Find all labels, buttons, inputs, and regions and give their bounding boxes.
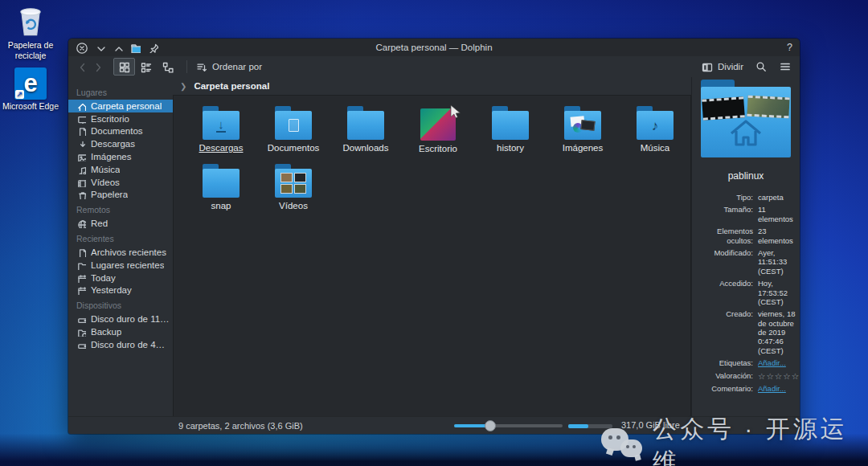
sidebar-item-carpeta-personal[interactable]: Carpeta personal: [68, 100, 173, 112]
trash-icon: [76, 190, 86, 199]
places-panel: Lugares Carpeta personal Escritorio Docu…: [68, 77, 173, 416]
sidebar-item-disco-443[interactable]: Disco duro de 443,2 GiB: [68, 338, 173, 351]
desktop-wallpaper-icon: [420, 108, 456, 141]
rating-stars[interactable]: ☆☆☆☆☆: [758, 371, 796, 382]
watermark-text: 公众号 · 开源运维: [653, 413, 868, 466]
pin-icon[interactable]: [148, 43, 158, 53]
file-label: snap: [211, 201, 231, 211]
detail-value: Ayer, 11:51:33 (CEST): [758, 248, 796, 276]
view-mode-group: [113, 58, 178, 76]
sidebar-item-musica[interactable]: Música: [68, 163, 173, 176]
detail-label: Tamaño:: [697, 205, 753, 223]
detail-value: carpeta: [758, 193, 796, 202]
folder-icon: [347, 111, 384, 140]
detail-value: viernes, 18 de octubre de 2019 0:47:46 (…: [758, 309, 796, 355]
folder-view[interactable]: ↓ Descargas Documentos Do: [173, 95, 691, 416]
sort-icon: [195, 61, 207, 73]
close-button[interactable]: [76, 42, 88, 54]
minimize-button[interactable]: [95, 43, 105, 53]
file-label: Downloads: [343, 143, 389, 153]
sidebar-item-videos[interactable]: Vídeos: [68, 176, 173, 189]
folder-icon: [76, 260, 86, 270]
split-button[interactable]: Dividir: [701, 61, 743, 73]
file-videos[interactable]: Vídeos: [257, 161, 330, 219]
sidebar-section-lugares: Lugares: [68, 84, 173, 100]
details-view-button[interactable]: [157, 58, 178, 76]
sort-by-button[interactable]: Ordenar por: [195, 61, 262, 73]
icons-view-button[interactable]: [113, 58, 135, 76]
zoom-slider[interactable]: [454, 424, 563, 427]
desktop-icon-microsoft-edge[interactable]: e ↗ Microsoft Edge: [2, 67, 59, 112]
sidebar-item-red[interactable]: Red: [68, 217, 173, 230]
sidebar-item-archivos-recientes[interactable]: Archivos recientes: [68, 246, 173, 259]
add-comment-link[interactable]: Añadir...: [758, 384, 796, 393]
sidebar-section-recientes: Recientes: [68, 230, 173, 246]
folder-images-icon: [564, 111, 601, 140]
sidebar-item-papelera[interactable]: Papelera: [68, 189, 173, 202]
file-escritorio[interactable]: Escritorio: [402, 104, 474, 161]
sidebar-item-lugares-recientes[interactable]: Lugares recientes: [68, 259, 173, 272]
folder-music-icon: ♪: [637, 111, 674, 140]
watermark: 公众号 · 开源运维: [601, 413, 868, 466]
add-tags-link[interactable]: Añadir...: [758, 358, 796, 367]
file-label: Documentos: [268, 143, 320, 153]
selected-item-name: pablinux: [697, 170, 795, 182]
edge-icon: e ↗: [14, 67, 47, 100]
file-label: Imágenes: [563, 143, 604, 153]
folder-download-icon: ↓: [203, 111, 240, 140]
shortcut-arrow-icon: ↗: [15, 90, 24, 99]
file-history[interactable]: history: [474, 104, 547, 161]
wechat-icon: [601, 428, 645, 464]
compact-view-button[interactable]: [135, 58, 157, 76]
sidebar-section-remotos: Remotos: [68, 201, 173, 217]
hard-drive-icon: [76, 340, 86, 350]
file-documentos[interactable]: Documentos: [257, 104, 330, 161]
app-folder-icon: [130, 43, 141, 53]
sidebar-item-yesterday[interactable]: Yesterday: [68, 284, 173, 297]
breadcrumb-chevron-icon: ❯: [180, 82, 186, 91]
help-button[interactable]: ?: [787, 42, 792, 53]
back-button[interactable]: [76, 61, 88, 73]
folder-videos-icon: [275, 169, 312, 198]
detail-value: 23 elementos: [758, 227, 796, 245]
file-label: Descargas: [199, 143, 244, 153]
breadcrumb-current[interactable]: Carpeta personal: [194, 81, 269, 91]
folder-icon: [203, 169, 240, 198]
hamburger-menu-icon[interactable]: [779, 60, 792, 73]
search-icon[interactable]: [755, 60, 768, 73]
information-panel: pablinux Tipo: carpeta Tamaño: 11 elemen…: [691, 77, 800, 416]
breadcrumb: ❯ Carpeta personal: [173, 77, 691, 95]
file-downloads[interactable]: Downloads: [330, 104, 402, 161]
file-imagenes[interactable]: Imágenes: [547, 104, 619, 161]
file-snap[interactable]: snap: [185, 161, 257, 219]
file-musica[interactable]: ♪ Música: [619, 104, 691, 161]
detail-label: Elementos ocultos:: [697, 227, 753, 245]
monitor-icon: [76, 114, 86, 124]
sidebar-item-today[interactable]: Today: [68, 272, 173, 284]
sidebar-item-imagenes[interactable]: Imágenes: [68, 150, 173, 163]
zoom-slider-handle[interactable]: [485, 420, 496, 431]
recycle-bin-icon: [16, 5, 45, 39]
detail-label: Comentario:: [697, 384, 753, 393]
sidebar-item-documentos[interactable]: Documentos: [68, 125, 173, 138]
sidebar-item-backup[interactable]: Backup: [68, 325, 173, 338]
desktop-icon-recycle-bin[interactable]: Papelera de reciclaje: [2, 5, 59, 60]
document-icon: [76, 247, 86, 257]
download-icon: [76, 139, 86, 149]
home-icon: [727, 117, 764, 149]
titlebar[interactable]: Carpeta personal — Dolphin ?: [68, 39, 800, 56]
file-descargas[interactable]: ↓ Descargas: [185, 104, 257, 161]
sidebar-item-escritorio[interactable]: Escritorio: [68, 112, 173, 125]
split-icon: [701, 61, 713, 73]
sidebar-item-disco-115[interactable]: Disco duro de 115,1 GiB: [68, 313, 173, 325]
filmstrip-thumbnail: [702, 96, 745, 121]
forward-button[interactable]: [92, 61, 104, 73]
desktop-icon-label: Microsoft Edge: [2, 101, 59, 112]
music-note-icon: [76, 165, 86, 174]
cursor-icon: [449, 105, 462, 120]
folder-document-icon: [275, 111, 312, 140]
detail-value: 11 elementos: [758, 205, 796, 223]
toolbar: Ordenar por Dividir: [68, 56, 800, 77]
sidebar-item-descargas[interactable]: Descargas: [68, 137, 173, 150]
maximize-button[interactable]: [113, 43, 123, 53]
